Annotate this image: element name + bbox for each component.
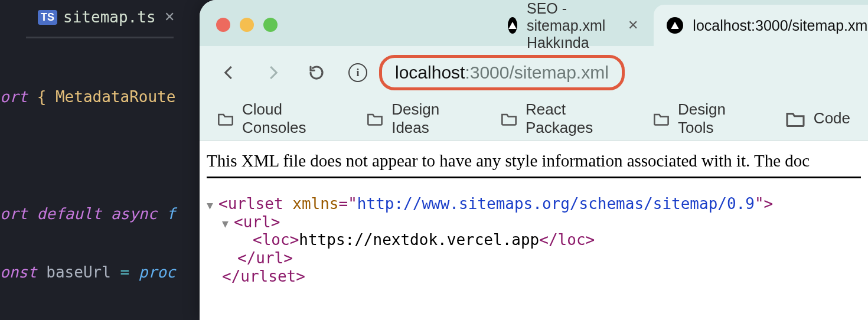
typescript-file-icon: TS	[38, 10, 57, 25]
bookmark-label: Cloud Consoles	[242, 100, 331, 137]
window-controls	[216, 18, 278, 32]
address-bar[interactable]: localhost:3000/sitemap.xml	[379, 55, 625, 90]
xml-style-notice: This XML file does not appear to have an…	[207, 149, 861, 178]
browser-tab-active[interactable]: localhost:3000/sitemap.xml ✕	[654, 5, 868, 46]
close-icon[interactable]: ✕	[164, 9, 175, 25]
browser-tab-inactive[interactable]: SEO - sitemap.xml Hakkında ✕	[495, 5, 654, 46]
vercel-favicon-icon	[508, 17, 517, 34]
folder-icon	[501, 110, 517, 127]
disclosure-triangle-icon[interactable]: ▼	[222, 217, 234, 230]
xml-tree[interactable]: ▼<urlset xmlns="http://www.sitemaps.org/…	[207, 178, 861, 285]
reload-button[interactable]	[305, 61, 328, 84]
browser-tab-title: localhost:3000/sitemap.xml	[693, 17, 868, 34]
bookmarks-bar: Cloud Consoles Design Ideas React Packag…	[200, 99, 868, 141]
editor-tab[interactable]: TS sitemap.ts ✕	[28, 2, 184, 34]
address-path: :3000/sitemap.xml	[465, 63, 608, 83]
folder-icon	[367, 110, 383, 127]
folder-icon	[785, 110, 805, 127]
bookmark-label: Design Ideas	[391, 100, 465, 137]
disclosure-triangle-icon[interactable]: ▼	[207, 199, 218, 211]
close-icon[interactable]: ✕	[628, 18, 638, 33]
address-host: localhost	[395, 63, 465, 83]
browser-toolbar: i localhost:3000/sitemap.xml	[200, 46, 868, 99]
window-maximize-button[interactable]	[263, 18, 278, 32]
bookmark-label: Code	[814, 109, 850, 128]
site-info-icon[interactable]: i	[348, 63, 367, 82]
vercel-favicon-icon	[667, 17, 683, 34]
code-editor-panel: TS sitemap.ts ✕ ort { MetadataRoute ort …	[0, 0, 200, 320]
window-minimize-button[interactable]	[240, 18, 254, 32]
bookmark-folder[interactable]: Code	[785, 109, 850, 128]
bookmark-label: Design Tools	[678, 100, 750, 137]
folder-icon	[217, 110, 234, 127]
forward-button[interactable]	[261, 61, 285, 84]
back-button[interactable]	[217, 61, 241, 84]
bookmark-folder[interactable]: Design Tools	[653, 100, 750, 137]
editor-tab-filename: sitemap.ts	[63, 8, 156, 26]
code-content[interactable]: ort { MetadataRoute ort default async f …	[0, 38, 200, 320]
browser-window: SEO - sitemap.xml Hakkında ✕ localhost:3…	[200, 0, 868, 320]
page-content: This XML file does not appear to have an…	[200, 141, 868, 320]
folder-icon	[653, 110, 670, 127]
browser-tab-strip: SEO - sitemap.xml Hakkında ✕ localhost:3…	[200, 0, 868, 46]
window-close-button[interactable]	[216, 18, 230, 32]
browser-tab-title: SEO - sitemap.xml Hakkında	[527, 0, 612, 51]
bookmark-label: React Packages	[526, 100, 618, 137]
bookmark-folder[interactable]: React Packages	[501, 100, 618, 137]
bookmark-folder[interactable]: Cloud Consoles	[217, 100, 331, 137]
bookmark-folder[interactable]: Design Ideas	[367, 100, 465, 137]
